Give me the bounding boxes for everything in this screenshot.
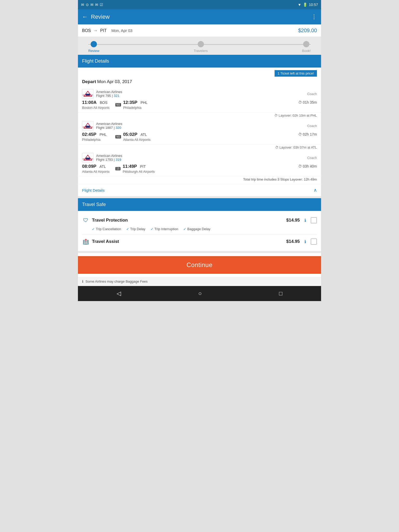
class-label-3: Coach bbox=[307, 156, 317, 160]
flight-details-link[interactable]: Flight Details bbox=[82, 188, 105, 192]
mail-icon: ✉ bbox=[81, 3, 84, 7]
depart-airport-1: BOS bbox=[100, 101, 108, 105]
airline-row-2: American Airlines Flight 1887 | 320 Coac… bbox=[82, 121, 317, 130]
protection-info-icon[interactable]: ℹ bbox=[304, 218, 306, 223]
svg-rect-10 bbox=[86, 158, 90, 160]
airline-name-1: American Airlines bbox=[96, 90, 122, 94]
flight-label-2: Flight 1887 | 320 bbox=[96, 126, 122, 130]
flight-details-link-row: Flight Details ∧ bbox=[78, 184, 321, 196]
depart-time-1: 11:00A bbox=[82, 100, 97, 105]
continue-btn-row: Continue bbox=[78, 253, 321, 277]
total-trip-row: Total trip time includes 3 Stops Layover… bbox=[78, 176, 321, 184]
feature-label-trip-cancellation: Trip Cancellation bbox=[96, 227, 121, 231]
depart-label: Depart bbox=[82, 79, 96, 84]
flight-number-link-1[interactable]: 321 bbox=[114, 94, 119, 98]
assist-info-icon[interactable]: ℹ bbox=[304, 239, 306, 244]
content: Flight Details 1 Ticket left at this pri… bbox=[78, 55, 321, 286]
duration-block-3: ⏱ 03h 40m bbox=[298, 164, 317, 168]
airline-name-3: American Airlines bbox=[96, 154, 122, 158]
step-dot-book bbox=[303, 41, 309, 47]
layover-text-1: ⏱ Layover: 02h 10m at PHL bbox=[274, 114, 317, 117]
duration-block-2: ⏱ 02h 17m bbox=[298, 132, 317, 136]
arrive-city-1: Philadelphia bbox=[123, 106, 154, 110]
arrive-airport-2: ATL bbox=[141, 132, 147, 137]
shield-icon: 🛡 bbox=[82, 217, 89, 223]
feature-trip-interruption: ✓ Trip Interruption bbox=[151, 227, 178, 231]
footer-info-icon: ℹ bbox=[82, 280, 83, 283]
arrive-time-1: 12:35P bbox=[123, 100, 137, 105]
aa-logo-svg-1 bbox=[83, 90, 93, 98]
ns-badge-1: NS bbox=[115, 103, 121, 107]
flight-segment-2: American Airlines Flight 1887 | 320 Coac… bbox=[78, 118, 321, 144]
flight-number-link-3[interactable]: 319 bbox=[116, 158, 121, 162]
more-button[interactable]: ⋮ bbox=[311, 14, 317, 20]
travel-assist-price: $14.95 bbox=[286, 239, 300, 244]
arrive-city-3: Pittsburgh All Airports bbox=[123, 170, 155, 174]
airline-info-1: American Airlines Flight 795 | 321 bbox=[82, 89, 122, 98]
flight-details-header: Flight Details bbox=[78, 55, 321, 68]
chevron-up-icon: ∧ bbox=[314, 187, 317, 193]
travel-protection-checkbox[interactable] bbox=[311, 217, 317, 223]
app-bar: ← Review ⋮ bbox=[78, 9, 321, 24]
airline-logo-1 bbox=[82, 89, 94, 98]
progress-steps: Review Travelers Book! bbox=[88, 41, 311, 53]
progress-section: Review Travelers Book! bbox=[78, 37, 321, 55]
mail2-icon: ✉ bbox=[90, 3, 94, 7]
check-trip-interruption: ✓ bbox=[151, 227, 154, 231]
feature-label-trip-interruption: Trip Interruption bbox=[155, 227, 178, 231]
airline-name-2: American Airlines bbox=[96, 122, 122, 126]
arrive-airport-3: PIT bbox=[140, 164, 146, 169]
depart-time-3: 08:09P bbox=[82, 164, 96, 169]
depart-airport-2: PHL bbox=[99, 132, 107, 137]
feature-label-trip-delay: Trip Delay bbox=[130, 227, 145, 231]
ticket-badge: 1 Ticket left at this price! bbox=[275, 70, 317, 77]
svg-rect-2 bbox=[86, 94, 90, 96]
depart-city-3: Atlanta All Airports bbox=[82, 170, 113, 174]
step-label-book: Book! bbox=[302, 49, 311, 53]
aa-logo-svg-3 bbox=[83, 154, 93, 162]
segment-times-1: 11:00A BOS Boston All Airports NS 12:35P… bbox=[82, 100, 317, 110]
flight-segment-3: American Airlines Flight 1793 | 319 Coac… bbox=[78, 150, 321, 176]
travel-safe-header: Travel Safe bbox=[78, 198, 321, 211]
battery-icon: 🔋 bbox=[303, 3, 307, 7]
segment-times-3: 08:09P ATL Atlanta All Airports 1S 11:49… bbox=[82, 164, 317, 174]
travel-safe-card: Travel Safe 🛡 Travel Protection $14.95 ℹ… bbox=[78, 198, 321, 251]
airline-logo-2 bbox=[82, 121, 94, 130]
flight-details-card: Flight Details 1 Ticket left at this pri… bbox=[78, 55, 321, 196]
travel-assist-checkbox[interactable] bbox=[311, 238, 317, 245]
arrive-time-block-3: 11:49P PIT Pittsburgh All Airports bbox=[123, 164, 155, 174]
flight-label-3: Flight 1793 | 319 bbox=[96, 158, 122, 162]
airline-text-2: American Airlines Flight 1887 | 320 bbox=[96, 122, 122, 130]
route-price: $209.00 bbox=[298, 28, 317, 34]
layover-row-1: ⏱ Layover: 02h 10m at PHL bbox=[78, 112, 321, 118]
depart-city-1: Boston All Airports bbox=[82, 106, 113, 110]
nav-recent-button[interactable]: □ bbox=[279, 290, 282, 297]
origin-code: BOS bbox=[82, 28, 91, 33]
class-label-1: Coach bbox=[307, 92, 317, 96]
total-trip-text: Total trip time includes 3 Stops Layover… bbox=[243, 177, 317, 181]
aa-logo-svg-2 bbox=[83, 122, 93, 130]
arrive-time-2: 05:02P bbox=[123, 132, 137, 137]
assist-icon: 🏥 bbox=[82, 238, 89, 245]
status-time: 10:57 bbox=[309, 3, 318, 7]
airline-logo-3 bbox=[82, 153, 94, 162]
layover-text-2: ⏱ Layover: 03h 07m at ATL bbox=[275, 145, 317, 149]
duration-2: ⏱ 02h 17m bbox=[298, 132, 317, 136]
ns-badge-2: NS bbox=[115, 135, 121, 138]
mail3-icon: ✉ bbox=[95, 3, 98, 7]
back-button[interactable]: ← bbox=[82, 14, 88, 20]
svg-rect-6 bbox=[86, 126, 90, 128]
podcast-icon: ⊙ bbox=[86, 3, 89, 7]
flight-number-link-2[interactable]: 320 bbox=[116, 126, 121, 130]
depart-airport-3: ATL bbox=[99, 164, 106, 169]
nav-back-button[interactable]: ◁ bbox=[117, 290, 121, 297]
nav-home-button[interactable]: ○ bbox=[198, 290, 202, 297]
divider bbox=[82, 235, 317, 235]
app-bar-title: Review bbox=[91, 14, 110, 20]
check-trip-cancellation: ✓ bbox=[92, 227, 95, 231]
class-label-2: Coach bbox=[307, 124, 317, 128]
airline-row-3: American Airlines Flight 1793 | 319 Coac… bbox=[82, 153, 317, 162]
step-dot-travelers bbox=[198, 41, 204, 47]
continue-button[interactable]: Continue bbox=[78, 256, 321, 274]
status-icons: ✉ ⊙ ✉ ✉ ☑ bbox=[81, 3, 103, 7]
